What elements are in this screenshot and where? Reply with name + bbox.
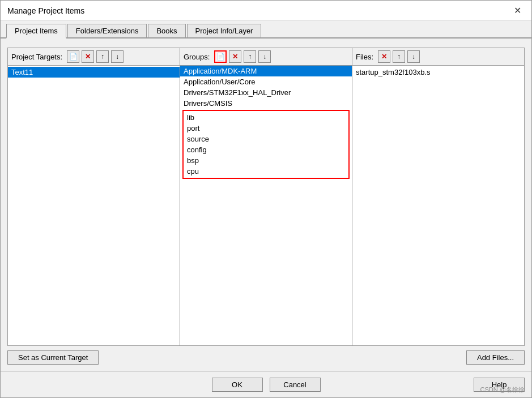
bottom-buttons: Set as Current Target Add Files... [7, 346, 525, 365]
project-targets-delete-btn[interactable]: ✕ [82, 50, 94, 63]
bottom-left-buttons: Set as Current Target [7, 350, 99, 365]
project-targets-new-btn[interactable]: 📄 [67, 50, 79, 63]
list-item[interactable]: lib [184, 112, 348, 123]
new-group-icon: 📄 [216, 53, 225, 61]
watermark: CSDN @名徐徐 [480, 386, 525, 394]
list-item[interactable]: Drivers/STM32F1xx_HAL_Driver [180, 87, 352, 98]
list-item[interactable]: bsp [184, 155, 348, 166]
project-targets-list: Text11 [8, 66, 180, 345]
main-content: Project Targets: 📄 ✕ ↑ ↓ Text11 [1, 38, 531, 371]
delete-group-icon: ✕ [232, 53, 238, 61]
list-item[interactable]: Text11 [8, 67, 180, 78]
up-file-icon: ↑ [397, 53, 401, 61]
tab-project-info-layer[interactable]: Project Info/Layer [187, 24, 262, 37]
files-delete-btn[interactable]: ✕ [378, 50, 390, 63]
groups-delete-btn[interactable]: ✕ [229, 50, 241, 63]
cancel-button[interactable]: Cancel [270, 378, 321, 392]
files-label: Files: [356, 53, 373, 61]
delete-target-icon: ✕ [85, 53, 91, 61]
list-item[interactable]: Drivers/CMSIS [180, 98, 352, 109]
up-target-icon: ↑ [101, 53, 104, 61]
down-file-icon: ↓ [412, 53, 415, 61]
groups-list-redbox: lib port source config bsp cpu [184, 112, 348, 177]
list-item[interactable]: startup_stm32f103xb.s [352, 67, 524, 78]
dialog-footer: OK Cancel Help CSDN @名徐徐 [1, 371, 531, 397]
groups-down-btn[interactable]: ↓ [258, 50, 271, 63]
delete-file-icon: ✕ [381, 53, 387, 61]
tab-books[interactable]: Books [148, 24, 185, 37]
list-item[interactable]: cpu [184, 166, 348, 177]
files-list: startup_stm32f103xb.s [352, 66, 524, 345]
dialog-title: Manage Project Items [7, 6, 84, 15]
down-group-icon: ↓ [263, 53, 266, 61]
list-item[interactable]: config [184, 144, 348, 155]
groups-new-btn[interactable]: 📄 [214, 50, 227, 63]
project-targets-panel: Project Targets: 📄 ✕ ↑ ↓ Text11 [7, 48, 180, 346]
files-panel: Files: ✕ ↑ ↓ startup_stm32f103xb.s [352, 48, 525, 346]
files-header: Files: ✕ ↑ ↓ [352, 48, 524, 66]
panels-container: Project Targets: 📄 ✕ ↑ ↓ Text11 [7, 48, 525, 346]
tab-project-items[interactable]: Project Items [6, 24, 66, 38]
groups-panel: Groups: 📄 ✕ ↑ ↓ Applic [180, 48, 352, 346]
files-up-btn[interactable]: ↑ [393, 50, 405, 63]
groups-list-container: Application/MDK-ARM Application/User/Cor… [180, 66, 352, 345]
project-targets-up-btn[interactable]: ↑ [96, 50, 109, 63]
groups-up-btn[interactable]: ↑ [244, 50, 256, 63]
manage-project-items-dialog: Manage Project Items ✕ Project Items Fol… [0, 0, 532, 398]
list-item[interactable]: port [184, 123, 348, 134]
groups-label: Groups: [184, 53, 210, 61]
files-down-btn[interactable]: ↓ [407, 50, 420, 63]
down-target-icon: ↓ [116, 53, 119, 61]
ok-button[interactable]: OK [212, 378, 263, 392]
tab-bar: Project Items Folders/Extensions Books P… [1, 20, 531, 38]
groups-redbox: lib port source config bsp cpu [182, 110, 350, 179]
project-targets-header: Project Targets: 📄 ✕ ↑ ↓ [8, 48, 180, 66]
set-current-target-button[interactable]: Set as Current Target [7, 350, 99, 365]
list-item[interactable]: source [184, 134, 348, 144]
groups-list-top: Application/MDK-ARM Application/User/Cor… [180, 66, 352, 109]
groups-header: Groups: 📄 ✕ ↑ ↓ [180, 48, 352, 66]
new-target-icon: 📄 [69, 53, 78, 61]
bottom-right-buttons: Add Files... [466, 350, 525, 365]
project-targets-down-btn[interactable]: ↓ [111, 50, 124, 63]
tab-folders-extensions[interactable]: Folders/Extensions [67, 24, 147, 37]
list-item[interactable]: Application/User/Core [180, 76, 352, 87]
list-item[interactable]: Application/MDK-ARM [180, 66, 352, 76]
up-group-icon: ↑ [248, 53, 252, 61]
title-bar: Manage Project Items ✕ [1, 1, 531, 20]
project-targets-label: Project Targets: [11, 53, 62, 61]
add-files-button[interactable]: Add Files... [466, 350, 525, 365]
close-button[interactable]: ✕ [510, 5, 525, 16]
